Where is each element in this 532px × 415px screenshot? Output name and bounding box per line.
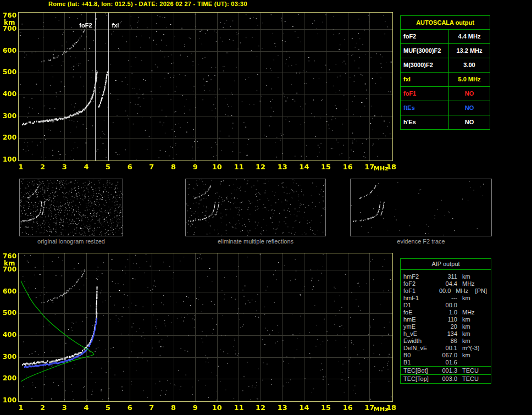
row-value: 110	[435, 316, 457, 323]
row-value: 00.0	[431, 287, 451, 295]
row-extra	[484, 375, 488, 383]
autoscala-output-table: AUTOSCALA output foF2 4.4 MHz MUF(3000)F…	[400, 15, 490, 130]
thumbnail-caption-original: original ionogram resized	[19, 238, 123, 245]
row-extra	[484, 352, 488, 359]
row-unit: MHz	[451, 287, 475, 295]
row-label: D1	[403, 302, 435, 309]
row-value: 00.0	[435, 302, 457, 309]
bottom-ionogram-chart	[0, 248, 398, 415]
row-value: 134	[435, 330, 457, 337]
aip-row-hve: h_vE 134 km	[401, 330, 491, 337]
row-value: NO	[449, 101, 490, 115]
thumbnail-multiple-reflections-removed	[185, 179, 326, 236]
row-unit: km	[457, 316, 484, 323]
aip-row-tec-top: TEC[Top] 003.0 TECU	[401, 374, 491, 383]
aip-row-yme: ymE 20 km	[401, 323, 491, 330]
row-label: B0	[403, 352, 435, 359]
row-label: ftEs	[401, 101, 449, 115]
row-label: TEC[Top]	[403, 375, 435, 383]
aip-row-ewidth: Ewidth 86 km	[401, 337, 491, 345]
row-label: Ewidth	[403, 337, 435, 345]
row-extra	[484, 280, 488, 287]
row-value: NO	[449, 115, 490, 129]
row-unit: TECU	[457, 367, 484, 374]
aip-row-hmf2: hmF2 311 km	[401, 273, 491, 280]
row-value: 067.0	[435, 352, 457, 359]
row-label: hmF1	[403, 295, 435, 302]
row-extra	[484, 302, 488, 309]
row-extra	[484, 359, 488, 366]
aip-row-fof1: foF1 00.0 MHz [PN]	[401, 287, 491, 295]
row-value: 4.4 MHz	[449, 30, 490, 43]
row-extra	[484, 330, 488, 337]
row-extra	[484, 367, 488, 374]
row-value: 1.0	[435, 309, 457, 316]
row-unit: km	[457, 337, 484, 345]
row-value: 86	[435, 337, 457, 345]
row-extra	[484, 309, 488, 316]
row-label: MUF(3000)F2	[401, 44, 449, 58]
row-label: TEC[Bot]	[403, 367, 435, 374]
row-unit: km	[457, 295, 484, 302]
aip-row-foe: foE 1.0 MHz	[401, 309, 491, 316]
row-extra	[484, 273, 488, 280]
row-value: 00.1	[435, 345, 457, 352]
row-label: foF2	[401, 30, 449, 43]
row-value: 311	[435, 273, 457, 280]
row-unit: km	[457, 323, 484, 330]
table-row-ftes: ftEs NO	[401, 101, 490, 115]
row-label: foF2	[403, 280, 435, 287]
thumbnail-original-ionogram	[19, 179, 123, 236]
row-label: B1	[403, 359, 435, 366]
row-value: 04.4	[435, 280, 457, 287]
row-unit: km	[457, 330, 484, 337]
table-row-m3000f2: M(3000)F2 3.00	[401, 58, 490, 73]
aip-row-fof2: foF2 04.4 MHz	[401, 280, 491, 287]
row-label: foE	[403, 309, 435, 316]
window-title: Rome (lat: +41.8, lon: 012.5) - DATE: 20…	[48, 1, 247, 7]
row-label: hmE	[403, 316, 435, 323]
row-value: 003.0	[435, 375, 457, 383]
row-unit	[457, 359, 484, 366]
row-label: foF1	[401, 87, 449, 101]
aip-row-tec-bot: TEC[Bot] 001.3 TECU	[401, 366, 491, 374]
row-label: h_vE	[403, 330, 435, 337]
table-row-fof1: foF1 NO	[401, 87, 490, 101]
row-value: 5.0 MHz	[449, 73, 490, 86]
row-unit: km	[457, 352, 484, 359]
row-value: 3.00	[449, 58, 490, 72]
row-extra	[484, 337, 488, 345]
row-value: 13.2 MHz	[449, 44, 490, 58]
row-label: ymE	[403, 323, 435, 330]
row-unit: TECU	[457, 375, 484, 383]
row-extra	[484, 295, 488, 302]
row-unit: km	[457, 273, 484, 280]
table-row-fxi: fxI 5.0 MHz	[401, 73, 490, 87]
row-unit	[457, 302, 484, 309]
row-label: foF1	[403, 287, 431, 295]
row-value: ---	[435, 295, 457, 302]
row-label: fxI	[401, 73, 449, 86]
thumbnail-caption-f2trace: evidence F2 trace	[350, 238, 492, 245]
row-label: hmF2	[403, 273, 435, 280]
autoscala-screen: Rome (lat: +41.8, lon: 012.5) - DATE: 20…	[0, 0, 532, 415]
aip-row-b1: B1 01.6	[401, 359, 491, 366]
aip-row-hmf1: hmF1 --- km	[401, 295, 491, 302]
table-row-hes: h'Es NO	[401, 115, 490, 129]
top-ionogram-chart	[0, 8, 398, 174]
aip-table-header: AIP output	[401, 259, 491, 270]
aip-row-b0: B0 067.0 km	[401, 352, 491, 359]
row-unit: m^(-3)	[457, 345, 484, 352]
row-extra	[484, 323, 488, 330]
row-extra	[484, 345, 488, 352]
row-label: M(3000)F2	[401, 58, 449, 72]
row-extra: [PN]	[475, 287, 488, 295]
row-unit: MHz	[457, 280, 484, 287]
autoscala-table-header: AUTOSCALA output	[401, 16, 490, 30]
row-label: h'Es	[401, 115, 449, 129]
aip-row-d1: D1 00.0	[401, 302, 491, 309]
table-row-muf3000f2: MUF(3000)F2 13.2 MHz	[401, 44, 490, 58]
aip-row-hme: hmE 110 km	[401, 316, 491, 323]
row-extra	[484, 316, 488, 323]
row-label: DelN_vE	[403, 345, 435, 352]
